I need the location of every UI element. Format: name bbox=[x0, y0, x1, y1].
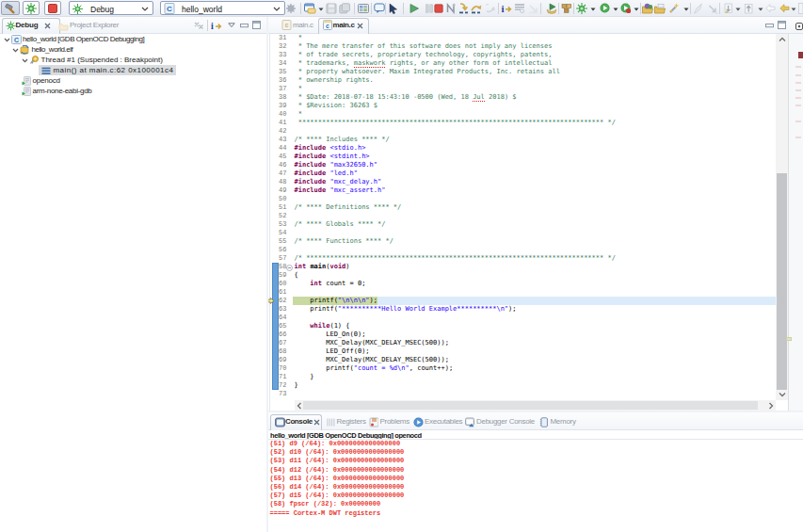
svg-text:c: c bbox=[326, 23, 329, 29]
svg-text:C: C bbox=[167, 5, 172, 13]
svg-text:c: c bbox=[285, 22, 289, 28]
svg-text:i: i bbox=[502, 3, 505, 14]
svg-text:i: i bbox=[211, 21, 214, 31]
